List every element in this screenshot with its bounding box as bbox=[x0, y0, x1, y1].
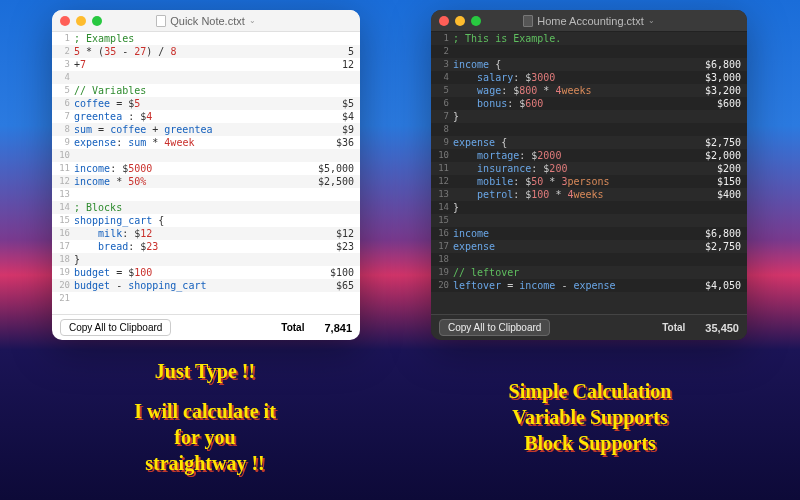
code-content[interactable]: expense { bbox=[453, 136, 691, 149]
code-line[interactable]: 20leftover = income - expense$4,050 bbox=[431, 279, 747, 292]
code-line[interactable]: 14} bbox=[431, 201, 747, 214]
code-content[interactable]: // Variables bbox=[74, 84, 304, 97]
line-number: 19 bbox=[431, 266, 453, 279]
code-content[interactable]: mobile: $50 * 3persons bbox=[453, 175, 691, 188]
code-content[interactable]: budget - shopping_cart bbox=[74, 279, 304, 292]
code-line[interactable]: 12 mobile: $50 * 3persons$150 bbox=[431, 175, 747, 188]
code-line[interactable]: 25 * (35 - 27) / 85 bbox=[52, 45, 360, 58]
code-content[interactable]: income { bbox=[453, 58, 691, 71]
code-line[interactable]: 7} bbox=[431, 110, 747, 123]
line-number: 9 bbox=[431, 136, 453, 149]
code-content[interactable]: income bbox=[453, 227, 691, 240]
line-number: 7 bbox=[431, 110, 453, 123]
code-content[interactable]: petrol: $100 * 4weeks bbox=[453, 188, 691, 201]
code-line[interactable]: 8sum = coffee + greentea$9 bbox=[52, 123, 360, 136]
code-line[interactable]: 9expense {$2,750 bbox=[431, 136, 747, 149]
minimize-icon[interactable] bbox=[76, 16, 86, 26]
code-line[interactable]: 4 bbox=[52, 71, 360, 84]
code-line[interactable]: 1; This is Example. bbox=[431, 32, 747, 45]
editor-area[interactable]: 1; Examples25 * (35 - 27) / 853+71245// … bbox=[52, 32, 360, 314]
copy-all-button[interactable]: Copy All to Clipboard bbox=[60, 319, 171, 336]
code-content[interactable]: } bbox=[453, 201, 691, 214]
code-line[interactable]: 3+712 bbox=[52, 58, 360, 71]
code-content[interactable]: income * 50% bbox=[74, 175, 304, 188]
code-content[interactable]: ; Blocks bbox=[74, 201, 304, 214]
code-content[interactable]: expense bbox=[453, 240, 691, 253]
code-line[interactable]: 4 salary: $3000$3,000 bbox=[431, 71, 747, 84]
code-content[interactable]: bonus: $600 bbox=[453, 97, 691, 110]
code-line[interactable]: 15shopping_cart { bbox=[52, 214, 360, 227]
code-line[interactable]: 18 bbox=[431, 253, 747, 266]
code-content[interactable]: sum = coffee + greentea bbox=[74, 123, 304, 136]
code-line[interactable]: 16 milk: $12$12 bbox=[52, 227, 360, 240]
code-line[interactable]: 7greentea : $4$4 bbox=[52, 110, 360, 123]
code-line[interactable]: 14; Blocks bbox=[52, 201, 360, 214]
code-content[interactable]: 5 * (35 - 27) / 8 bbox=[74, 45, 304, 58]
titlebar[interactable]: Quick Note.ctxt ⌄ bbox=[52, 10, 360, 32]
window-title: Quick Note.ctxt bbox=[170, 15, 245, 27]
code-content[interactable]: coffee = $5 bbox=[74, 97, 304, 110]
line-result: $2,000 bbox=[691, 149, 741, 162]
caption-text: Just Type !! bbox=[60, 358, 350, 384]
code-content[interactable]: expense: sum * 4week bbox=[74, 136, 304, 149]
code-content[interactable]: budget = $100 bbox=[74, 266, 304, 279]
code-line[interactable]: 17expense$2,750 bbox=[431, 240, 747, 253]
close-icon[interactable] bbox=[439, 16, 449, 26]
code-content[interactable]: +7 bbox=[74, 58, 304, 71]
code-line[interactable]: 6 bonus: $600$600 bbox=[431, 97, 747, 110]
code-content[interactable]: mortage: $2000 bbox=[453, 149, 691, 162]
chevron-down-icon[interactable]: ⌄ bbox=[648, 16, 655, 25]
zoom-icon[interactable] bbox=[92, 16, 102, 26]
code-line[interactable]: 13 bbox=[52, 188, 360, 201]
code-line[interactable]: 13 petrol: $100 * 4weeks$400 bbox=[431, 188, 747, 201]
line-result: $5 bbox=[304, 97, 354, 110]
code-content[interactable]: income: $5000 bbox=[74, 162, 304, 175]
code-line[interactable]: 1; Examples bbox=[52, 32, 360, 45]
code-line[interactable]: 9expense: sum * 4week$36 bbox=[52, 136, 360, 149]
code-line[interactable]: 21 bbox=[52, 292, 360, 305]
code-line[interactable]: 10 bbox=[52, 149, 360, 162]
code-content[interactable]: bread: $23 bbox=[74, 240, 304, 253]
code-content[interactable]: salary: $3000 bbox=[453, 71, 691, 84]
code-line[interactable]: 11 insurance: $200$200 bbox=[431, 162, 747, 175]
close-icon[interactable] bbox=[60, 16, 70, 26]
code-content[interactable]: } bbox=[453, 110, 691, 123]
code-content[interactable]: ; This is Example. bbox=[453, 32, 691, 45]
caption-text: for you bbox=[60, 424, 350, 450]
code-line[interactable]: 12income * 50%$2,500 bbox=[52, 175, 360, 188]
code-line[interactable]: 15 bbox=[431, 214, 747, 227]
code-content[interactable]: milk: $12 bbox=[74, 227, 304, 240]
line-number: 17 bbox=[431, 240, 453, 253]
line-number: 4 bbox=[431, 71, 453, 84]
code-content[interactable]: // leftover bbox=[453, 266, 691, 279]
code-content[interactable]: leftover = income - expense bbox=[453, 279, 691, 292]
code-line[interactable]: 6coffee = $5$5 bbox=[52, 97, 360, 110]
minimize-icon[interactable] bbox=[455, 16, 465, 26]
code-content[interactable]: shopping_cart { bbox=[74, 214, 304, 227]
code-content[interactable]: ; Examples bbox=[74, 32, 304, 45]
code-line[interactable]: 19budget = $100$100 bbox=[52, 266, 360, 279]
code-line[interactable]: 5// Variables bbox=[52, 84, 360, 97]
code-content[interactable]: greentea : $4 bbox=[74, 110, 304, 123]
zoom-icon[interactable] bbox=[471, 16, 481, 26]
code-line[interactable]: 5 wage: $800 * 4weeks$3,200 bbox=[431, 84, 747, 97]
line-number: 15 bbox=[52, 214, 74, 227]
code-line[interactable]: 17 bread: $23$23 bbox=[52, 240, 360, 253]
code-line[interactable]: 18} bbox=[52, 253, 360, 266]
copy-all-button[interactable]: Copy All to Clipboard bbox=[439, 319, 550, 336]
line-number: 11 bbox=[52, 162, 74, 175]
code-line[interactable]: 2 bbox=[431, 45, 747, 58]
code-line[interactable]: 8 bbox=[431, 123, 747, 136]
code-line[interactable]: 20budget - shopping_cart$65 bbox=[52, 279, 360, 292]
chevron-down-icon[interactable]: ⌄ bbox=[249, 16, 256, 25]
code-content[interactable]: } bbox=[74, 253, 304, 266]
code-content[interactable]: insurance: $200 bbox=[453, 162, 691, 175]
code-line[interactable]: 16income$6,800 bbox=[431, 227, 747, 240]
code-line[interactable]: 11income: $5000$5,000 bbox=[52, 162, 360, 175]
code-line[interactable]: 3income {$6,800 bbox=[431, 58, 747, 71]
titlebar[interactable]: Home Accounting.ctxt ⌄ bbox=[431, 10, 747, 32]
editor-area[interactable]: 1; This is Example.23income {$6,8004 sal… bbox=[431, 32, 747, 314]
code-line[interactable]: 10 mortage: $2000$2,000 bbox=[431, 149, 747, 162]
code-content[interactable]: wage: $800 * 4weeks bbox=[453, 84, 691, 97]
code-line[interactable]: 19// leftover bbox=[431, 266, 747, 279]
